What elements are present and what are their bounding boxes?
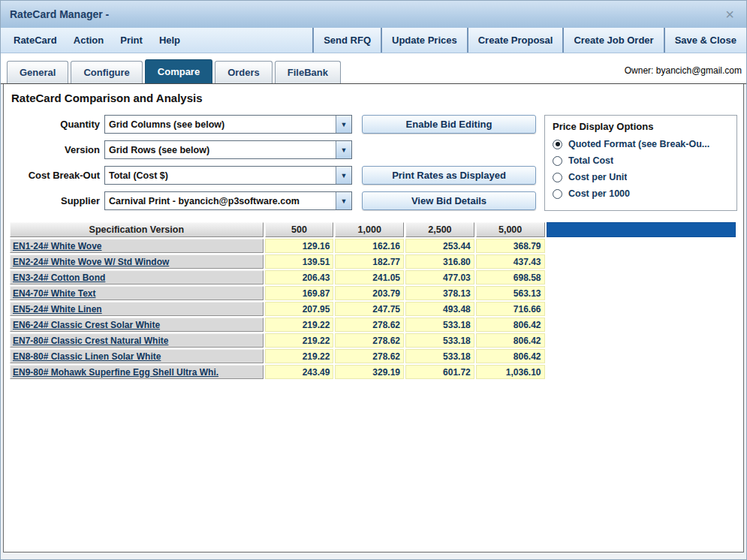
grid-cell[interactable]: 206.43: [265, 270, 334, 285]
radio-icon[interactable]: [553, 156, 562, 166]
close-icon[interactable]: ×: [722, 7, 737, 22]
grid-cell[interactable]: 253.44: [405, 239, 474, 253]
grid-quantity-column-header[interactable]: 500: [265, 222, 334, 237]
grid-row-header[interactable]: EN2-24# White Wove W/ Std Window: [10, 254, 264, 269]
grid-cell[interactable]: 477.03: [405, 270, 474, 285]
grid-cell[interactable]: 368.79: [476, 239, 545, 253]
tabs: GeneralConfigureCompareOrdersFileBank: [7, 59, 343, 83]
grid-cell[interactable]: 278.62: [335, 318, 404, 332]
grid-row-header[interactable]: EN9-80# Mohawk Superfine Egg Shell Ultra…: [10, 365, 264, 379]
chevron-down-icon[interactable]: ▼: [336, 167, 351, 184]
quantity-combobox[interactable]: Grid Columns (see below)▼: [104, 115, 352, 134]
form-area: QuantityGrid Columns (see below)▼Version…: [10, 115, 737, 217]
chevron-down-icon[interactable]: ▼: [336, 141, 351, 158]
grid-cell[interactable]: 219.22: [265, 318, 334, 332]
supplier-label: Supplier: [10, 195, 104, 206]
radio-icon[interactable]: [553, 140, 562, 149]
grid-cell[interactable]: 129.16: [265, 239, 334, 253]
radio-option-quoted-format-see-break-ou[interactable]: Quoted Format (see Break-Ou...: [553, 139, 729, 149]
grid-cell[interactable]: 329.19: [335, 365, 404, 379]
button-slot: View Bid Details: [362, 191, 536, 210]
version-value: Grid Rows (see below): [105, 141, 336, 158]
radio-icon[interactable]: [553, 173, 562, 182]
grid-cell[interactable]: 378.13: [405, 286, 474, 300]
grid-cell[interactable]: 806.42: [476, 333, 545, 348]
grid-cell[interactable]: 162.16: [335, 239, 404, 253]
update-prices-button[interactable]: Update Prices: [381, 28, 467, 53]
grid-cell[interactable]: 182.77: [335, 254, 404, 269]
grid-cell[interactable]: 493.48: [405, 302, 474, 316]
grid-cell[interactable]: 563.13: [476, 286, 545, 300]
grid-quantity-column-header[interactable]: 1,000: [335, 222, 404, 237]
version-combobox[interactable]: Grid Rows (see below)▼: [104, 140, 352, 159]
grid-cell[interactable]: 716.66: [476, 302, 545, 316]
chevron-down-icon[interactable]: ▼: [336, 192, 351, 209]
grid-cell[interactable]: 207.95: [265, 302, 334, 316]
view-bid-details-button[interactable]: View Bid Details: [362, 191, 536, 210]
grid-row-header[interactable]: EN1-24# White Wove: [10, 239, 264, 253]
grid-row-filler: [547, 365, 736, 379]
supplier-combobox[interactable]: Carnival Print - byancich@p3software.com…: [104, 191, 352, 210]
button-slot: Print Rates as Displayed: [362, 166, 536, 185]
cost-break-out-combobox[interactable]: Total (Cost $)▼: [104, 166, 352, 185]
grid-cell[interactable]: 219.22: [265, 349, 334, 363]
grid-quantity-column-header[interactable]: 5,000: [476, 222, 545, 237]
send-rfq-button[interactable]: Send RFQ: [312, 28, 381, 53]
create-proposal-button[interactable]: Create Proposal: [467, 28, 563, 53]
table-row: EN4-70# White Text169.87203.79378.13563.…: [10, 286, 736, 300]
grid-cell[interactable]: 601.72: [405, 365, 474, 379]
menu-print[interactable]: Print: [112, 35, 151, 46]
menu-ratecard[interactable]: RateCard: [5, 35, 65, 46]
owner-label: Owner: byancich@gmail.com: [625, 65, 742, 83]
cost-break-out-value: Total (Cost $): [105, 167, 336, 184]
grid-quantity-column-header[interactable]: 2,500: [405, 222, 474, 237]
radio-option-cost-per-unit[interactable]: Cost per Unit: [553, 172, 729, 182]
grid-row-header[interactable]: EN8-80# Classic Linen Solar White: [10, 349, 264, 363]
grid-cell[interactable]: 533.18: [405, 333, 474, 348]
chevron-down-icon[interactable]: ▼: [336, 116, 351, 133]
grid-cell[interactable]: 278.62: [335, 349, 404, 363]
grid-cell[interactable]: 533.18: [405, 349, 474, 363]
save-close-button[interactable]: Save & Close: [664, 28, 746, 53]
menu-help[interactable]: Help: [151, 35, 188, 46]
tab-orders[interactable]: Orders: [215, 61, 273, 83]
field-row-supplier: SupplierCarnival Print - byancich@p3soft…: [10, 191, 352, 210]
tab-general[interactable]: General: [7, 61, 68, 83]
grid-cell[interactable]: 169.87: [265, 286, 334, 300]
radio-icon[interactable]: [553, 189, 562, 199]
print-rates-as-displayed-button[interactable]: Print Rates as Displayed: [362, 166, 536, 185]
radio-option-label: Cost per 1000: [568, 188, 630, 199]
grid-cell[interactable]: 806.42: [476, 318, 545, 332]
menu-action[interactable]: Action: [65, 35, 112, 46]
radio-option-total-cost[interactable]: Total Cost: [553, 155, 729, 166]
grid-row-header[interactable]: EN5-24# White Linen: [10, 302, 264, 316]
table-row: EN6-24# Classic Crest Solar White219.222…: [10, 318, 736, 332]
grid-cell[interactable]: 806.42: [476, 349, 545, 363]
grid-row-header[interactable]: EN7-80# Classic Crest Natural White: [10, 333, 264, 348]
create-job-order-button[interactable]: Create Job Order: [562, 28, 663, 53]
grid-cell[interactable]: 698.58: [476, 270, 545, 285]
grid-cell[interactable]: 247.75: [335, 302, 404, 316]
enable-bid-editing-button[interactable]: Enable Bid Editing: [362, 115, 536, 134]
grid-row-header[interactable]: EN3-24# Cotton Bond: [10, 270, 264, 285]
grid-cell[interactable]: 203.79: [335, 286, 404, 300]
grid-cell[interactable]: 533.18: [405, 318, 474, 332]
comparison-grid: Specification Version5001,0002,5005,000 …: [8, 221, 737, 381]
tab-filebank[interactable]: FileBank: [275, 61, 341, 83]
grid-cell[interactable]: 316.80: [405, 254, 474, 269]
radio-option-cost-per-1000[interactable]: Cost per 1000: [553, 188, 729, 199]
grid-row-header[interactable]: EN6-24# Classic Crest Solar White: [10, 318, 264, 332]
grid-cell[interactable]: 1,036.10: [476, 365, 545, 379]
grid-row-header[interactable]: EN4-70# White Text: [10, 286, 264, 300]
grid-cell[interactable]: 219.22: [265, 333, 334, 348]
grid-area: Specification Version5001,0002,5005,000 …: [10, 221, 737, 381]
tab-compare[interactable]: Compare: [145, 59, 212, 83]
grid-cell[interactable]: 241.05: [335, 270, 404, 285]
grid-spec-version-header[interactable]: Specification Version: [10, 222, 264, 237]
tab-configure[interactable]: Configure: [71, 61, 142, 83]
compare-tab-content: RateCard Comparison and Analysis Quantit…: [3, 84, 744, 552]
grid-cell[interactable]: 278.62: [335, 333, 404, 348]
grid-cell[interactable]: 139.51: [265, 254, 334, 269]
grid-cell[interactable]: 243.49: [265, 365, 334, 379]
grid-cell[interactable]: 437.43: [476, 254, 545, 269]
